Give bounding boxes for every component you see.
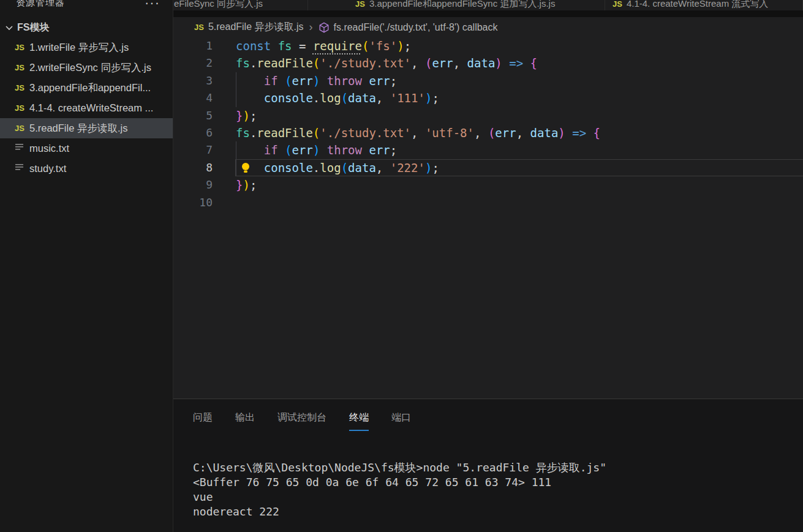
code-line[interactable]: 4 console.log(data, '111'); [173, 89, 803, 107]
line-number[interactable]: 6 [173, 124, 213, 141]
line-number[interactable]: 3 [173, 72, 213, 89]
editor-tab[interactable]: JS3.appendFile和appendFileSync 追加写入.js.js [308, 0, 605, 10]
code-line-content: console.log(data, '111'); [236, 89, 439, 107]
code-editor[interactable]: 1const fs = require('fs');2fs.readFile('… [173, 37, 803, 399]
code-token [362, 74, 369, 88]
code-token: readFile [257, 126, 313, 140]
tree-item[interactable]: JS5.readFile 异步读取.js [0, 118, 173, 138]
code-token: fs [236, 56, 250, 70]
code-token: } [236, 178, 243, 192]
breadcrumb-file-label: 5.readFile 异步读取.js [208, 21, 304, 34]
code-line[interactable]: 5}); [173, 107, 803, 124]
code-line-content: if (err) throw err; [236, 72, 397, 89]
panel-tab-problems[interactable]: 问题 [193, 411, 213, 431]
code-token: ( [313, 56, 320, 70]
code-token: , [453, 56, 467, 70]
panel-tab-terminal[interactable]: 终端 [349, 411, 369, 431]
tree-item[interactable]: JS1.writeFile 异步写入.js [0, 37, 173, 58]
terminal-output[interactable]: C:\Users\微风\Desktop\NodeJS\fs模块>node "5.… [193, 460, 803, 519]
terminal-line: C:\Users\微风\Desktop\NodeJS\fs模块>node "5.… [193, 460, 803, 475]
editor-tab[interactable]: eFileSync 同步写入.js [173, 0, 308, 10]
tree-item[interactable]: JS2.writeFileSync 同步写入.js [0, 58, 173, 78]
code-token: fs [236, 126, 250, 140]
js-icon: JS [15, 83, 25, 92]
tree-item[interactable]: study.txt [0, 159, 173, 179]
code-line[interactable]: 1const fs = require('fs'); [173, 37, 803, 54]
code-token [362, 143, 369, 157]
panel-tab-debug-console[interactable]: 调试控制台 [277, 411, 326, 431]
more-actions-icon[interactable]: ··· [145, 0, 160, 11]
code-line-content: if (err) throw err; [236, 141, 397, 159]
line-number[interactable]: 5 [173, 107, 213, 124]
code-token: , [411, 126, 425, 140]
line-number[interactable]: 1 [173, 37, 213, 54]
tree-item[interactable]: music.txt [0, 138, 173, 159]
code-line-content: console.log(data, '222'); [236, 159, 439, 176]
txt-file-icon [15, 163, 24, 174]
code-token: ( [341, 91, 348, 105]
code-token: if [264, 143, 278, 157]
panel-tab-bar: 问题输出调试控制台终端端口 [193, 411, 411, 431]
code-token: . [250, 56, 257, 70]
code-token: require [313, 39, 362, 53]
txt-file-icon [15, 143, 24, 154]
code-token: ) [495, 56, 502, 70]
js-icon: JS [194, 23, 204, 32]
code-token: ( [425, 56, 432, 70]
line-number[interactable]: 4 [173, 89, 213, 107]
code-token [320, 143, 326, 157]
code-token: , [411, 56, 425, 70]
tree-item-label: 4.1-4. createWriteStream ... [29, 102, 153, 114]
line-number[interactable]: 10 [173, 194, 213, 211]
code-token: { [530, 56, 537, 70]
code-token [236, 161, 264, 174]
code-token: ; [432, 91, 439, 105]
editor-tab-label: eFileSync 同步写入.js [174, 0, 263, 10]
terminal-line: nodereact 222 [193, 504, 803, 519]
code-token: ; [432, 161, 439, 174]
code-token [320, 74, 326, 88]
line-number[interactable]: 2 [173, 54, 213, 72]
code-token: ; [250, 109, 257, 122]
code-token: './study.txt' [320, 126, 411, 140]
tree-item-label: study.txt [29, 163, 66, 174]
file-tree: JS1.writeFile 异步写入.jsJS2.writeFileSync 同… [0, 37, 173, 179]
folder-section-fs-module[interactable]: FS模块 [0, 18, 173, 37]
tree-item[interactable]: JS3.appendFile和appendFil... [0, 78, 173, 98]
code-line[interactable]: 10 [173, 194, 803, 211]
editor-tab-label: 3.appendFile和appendFileSync 追加写入.js.js [369, 0, 555, 10]
tree-item-label: 5.readFile 异步读取.js [29, 122, 127, 135]
panel-tab-ports[interactable]: 端口 [391, 411, 411, 431]
tree-item-label: 3.appendFile和appendFil... [29, 81, 151, 95]
code-line[interactable]: 2fs.readFile('./study.txt', (err, data) … [173, 54, 803, 72]
line-number[interactable]: 7 [173, 141, 213, 159]
code-line[interactable]: 7 if (err) throw err; [173, 141, 803, 159]
terminal-line: vue [193, 490, 803, 504]
explorer-title: 资源管理器 [16, 0, 65, 9]
code-line[interactable]: 8 console.log(data, '222'); [173, 159, 803, 176]
code-token: => [565, 126, 594, 140]
code-line[interactable]: 9}); [173, 176, 803, 193]
breadcrumb-symbol[interactable]: fs.readFile('./study.txt', 'utf-8') call… [319, 22, 498, 33]
code-token: } [236, 109, 243, 122]
code-token: throw [327, 143, 362, 157]
code-token: 'fs' [369, 39, 397, 53]
breadcrumb: JS 5.readFile 异步读取.js › fs.readFile('./s… [173, 17, 803, 37]
code-token: , [516, 126, 530, 140]
code-line[interactable]: 6fs.readFile('./study.txt', 'utf-8', (er… [173, 124, 803, 141]
panel-tab-output[interactable]: 输出 [235, 411, 255, 431]
line-number[interactable]: 9 [173, 176, 213, 193]
code-token: ) [243, 178, 249, 192]
tree-item[interactable]: JS4.1-4. createWriteStream ... [0, 98, 173, 118]
code-token: './study.txt' [320, 56, 411, 70]
tab-bar-shadow [173, 10, 803, 17]
line-number[interactable]: 8 [173, 159, 213, 176]
code-line[interactable]: 3 if (err) throw err; [173, 72, 803, 89]
code-token: ) [243, 109, 249, 122]
code-token: , [474, 126, 488, 140]
breadcrumb-file[interactable]: JS 5.readFile 异步读取.js [194, 21, 304, 34]
editor-tab[interactable]: JS4.1-4. createWriteStream 流式写入 [605, 0, 803, 10]
code-token: data [348, 161, 376, 174]
code-token: , [376, 161, 390, 174]
code-token: = [292, 39, 313, 53]
